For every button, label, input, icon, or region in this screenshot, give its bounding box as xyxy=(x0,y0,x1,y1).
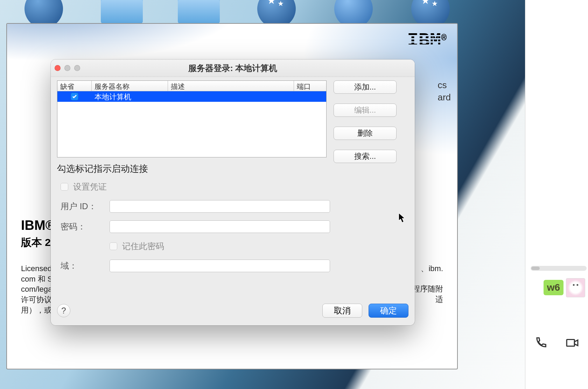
search-button[interactable]: 搜索... xyxy=(334,150,397,163)
svg-rect-0 xyxy=(567,340,574,346)
chat-avatar-bunny[interactable] xyxy=(566,278,585,297)
server-table[interactable]: 缺省 服务器名称 描述 端口 本地计算机 xyxy=(57,80,327,157)
minimize-icon xyxy=(64,65,70,71)
domain-label: 域： xyxy=(61,260,110,271)
phone-icon[interactable] xyxy=(534,336,547,351)
password-label: 密码： xyxy=(61,221,110,232)
col-header-desc[interactable]: 描述 xyxy=(168,81,294,91)
col-header-default[interactable]: 缺省 xyxy=(57,81,92,91)
ok-button[interactable]: 确定 xyxy=(369,304,408,318)
server-desc-cell xyxy=(168,91,294,102)
col-header-port[interactable]: 端口 xyxy=(294,81,326,91)
video-icon[interactable] xyxy=(566,336,579,351)
cancel-button[interactable]: 取消 xyxy=(322,304,362,318)
remember-password-label: 记住此密码 xyxy=(122,241,164,252)
help-button[interactable]: ? xyxy=(57,304,70,317)
hint-text: 勾选标记指示启动连接 xyxy=(57,163,148,175)
splash-right-text-fragment: cs ard xyxy=(438,79,451,104)
chat-sidebar: w6 xyxy=(525,0,588,389)
edit-button[interactable]: 编辑... xyxy=(334,104,397,117)
server-table-header: 缺省 服务器名称 描述 端口 xyxy=(57,81,326,91)
set-credentials-checkbox[interactable] xyxy=(61,183,68,191)
default-checkbox-checked[interactable] xyxy=(71,93,78,100)
dialog-titlebar[interactable]: 服务器登录: 本地计算机 xyxy=(51,59,415,77)
server-name-cell: 本地计算机 xyxy=(92,91,168,102)
chat-scrollbar[interactable] xyxy=(531,266,587,271)
userid-label: 用户 ID： xyxy=(61,201,110,212)
ibm-logo: IBM® xyxy=(407,36,447,45)
server-login-dialog: 服务器登录: 本地计算机 缺省 服务器名称 描述 端口 本地计算机 xyxy=(51,59,415,325)
close-icon[interactable] xyxy=(55,65,61,71)
domain-input[interactable] xyxy=(110,260,330,272)
chat-message-badge[interactable]: w6 xyxy=(544,280,564,295)
remember-password-checkbox[interactable] xyxy=(110,242,117,250)
zoom-icon xyxy=(74,65,80,71)
set-credentials-label: 设置凭证 xyxy=(73,181,107,192)
dock-folder-icon[interactable] xyxy=(101,0,143,23)
server-table-row[interactable]: 本地计算机 xyxy=(57,91,326,102)
col-header-name[interactable]: 服务器名称 xyxy=(92,81,168,91)
userid-input[interactable] xyxy=(110,200,330,213)
password-input[interactable] xyxy=(110,220,330,233)
server-port-cell xyxy=(294,91,326,102)
dialog-title: 服务器登录: 本地计算机 xyxy=(51,63,415,74)
add-button[interactable]: 添加... xyxy=(334,80,397,94)
delete-button[interactable]: 删除 xyxy=(334,127,397,140)
dock-folder-icon[interactable] xyxy=(178,0,220,23)
